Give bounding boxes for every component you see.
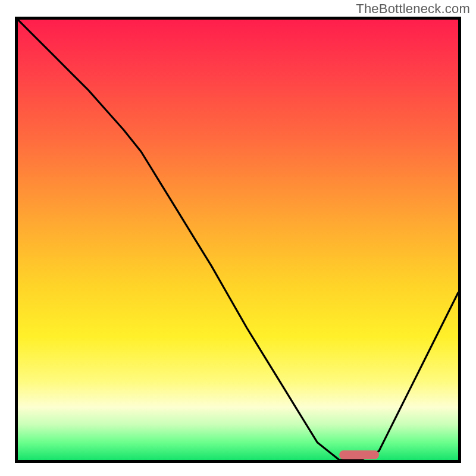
curve-path — [18, 20, 458, 460]
plot-box — [15, 17, 461, 463]
optimal-range-marker — [339, 450, 379, 459]
bottleneck-curve — [18, 20, 458, 460]
watermark-text: TheBottleneck.com — [356, 1, 470, 17]
plot-inner — [18, 20, 458, 460]
chart-frame: TheBottleneck.com — [0, 0, 476, 476]
